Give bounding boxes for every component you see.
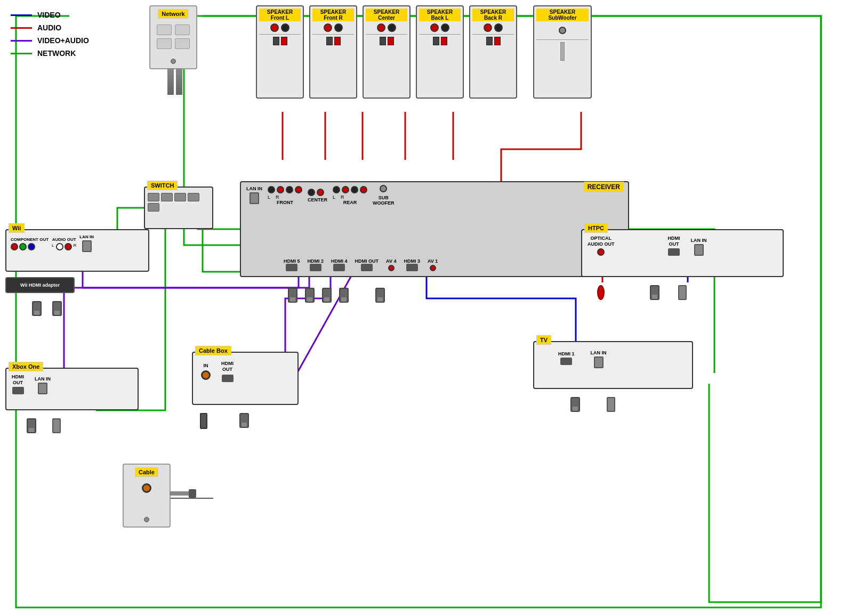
legend: VIDEO AUDIO VIDEO+AUDIO NETWORK (11, 11, 89, 62)
r-rear-red-r (360, 186, 367, 193)
receiver-av4: AV 4 (386, 258, 396, 273)
wii-lan-port (82, 240, 92, 252)
receiver-av1: AV 1 (428, 258, 438, 273)
network-port-4 (175, 38, 190, 49)
legend-video: VIDEO (11, 11, 89, 19)
receiver-hdmi3-label: HDMI 3 (404, 258, 420, 264)
sub-cable-coil (560, 42, 565, 61)
speaker-sub-connector (559, 27, 566, 34)
terminal-fl-2 (281, 37, 287, 45)
video-audio-label: VIDEO+AUDIO (37, 36, 89, 45)
wii-hdmi-adapter: Wii HDMI adapter (5, 277, 75, 293)
wii-audio-out: AUDIO OUT L R (52, 237, 76, 250)
xbox-hdmi-out: HDMIOUT (12, 374, 24, 398)
r-center-red (317, 189, 324, 196)
xbox-ports: HDMIOUT LAN IN (6, 369, 138, 403)
tv-ports: HDMI 1 LAN IN (534, 342, 692, 377)
wii-component-out: COMPONENT OUT (11, 237, 49, 250)
tv-device: TV HDMI 1 LAN IN (533, 341, 693, 389)
network-port-2 (175, 25, 190, 35)
tv-plugs (570, 397, 615, 412)
speaker-sub-label: SPEAKERSubWoofer (536, 9, 589, 21)
wii-comp-green (19, 243, 27, 250)
receiver-av1-label: AV 1 (428, 258, 438, 264)
wii-audio-label: AUDIO OUT (52, 237, 76, 242)
tv-hdmi1-label: HDMI 1 (558, 351, 575, 356)
xbox-lan-label: LAN IN (35, 376, 51, 382)
switch-ports (145, 188, 212, 217)
tv-lan-port (594, 356, 603, 368)
receiver-hdmi5-port (286, 264, 297, 271)
audio-line (11, 27, 32, 29)
speaker-c-red (377, 23, 385, 32)
xbox-lan-in: LAN IN (35, 376, 51, 395)
receiver-hdmi5-label: HDMI 5 (284, 258, 300, 264)
wii-audio-l: L (52, 243, 54, 250)
cable-coax (170, 491, 196, 496)
video-label: VIDEO (37, 11, 61, 19)
network-cable-2 (176, 68, 182, 95)
wii-hdmi-plugs (32, 301, 62, 316)
network-cable-1 (167, 68, 174, 95)
network-label: NETWORK (37, 49, 76, 58)
receiver-hdmi2-port (310, 264, 321, 271)
hdmi-spacer (356, 288, 368, 303)
htpc-optical-plug (597, 285, 605, 300)
wii-hdmi-plug-2 (52, 301, 62, 316)
hdmi-plug-5 (375, 288, 385, 303)
htpc-lan-port (694, 244, 704, 256)
r-front-black-r (286, 186, 293, 193)
terminal-br-1 (486, 37, 493, 45)
receiver-hdmi4: HDMI 4 (331, 258, 348, 273)
xbox-hdmi-port (12, 387, 24, 394)
tv-hdmi1-port (560, 358, 572, 365)
receiver-lan-in: LAN IN (246, 186, 262, 205)
terminal-br-2 (494, 37, 501, 45)
receiver-av4-label: AV 4 (386, 258, 396, 264)
switch-label: SWITCH (147, 181, 178, 190)
htpc-hdmi-port (668, 248, 680, 256)
wii-audio-white (56, 243, 63, 250)
speaker-center: SPEAKERCenter (363, 5, 411, 99)
wii-comp-red (11, 243, 18, 250)
receiver-av4-port (388, 265, 395, 271)
tv-lan-plug (607, 397, 615, 412)
wii-component-label: COMPONENT OUT (11, 237, 49, 242)
htpc-lan-in: LAN IN (691, 238, 707, 257)
wii-device: Wii COMPONENT OUT AUDIO OUT L R (5, 229, 149, 272)
switch-port-1 (148, 193, 159, 201)
cable-box-label: Cable Box (195, 346, 231, 355)
wii-lan-label: LAN IN (79, 234, 94, 239)
video-line (11, 14, 32, 16)
speaker-fl-red (270, 23, 279, 32)
speaker-front-l: SPEAKERFront L (256, 5, 304, 99)
cable-box-in: IN (201, 363, 211, 384)
hdmi-plug-2 (305, 288, 315, 303)
network-line (11, 53, 32, 54)
wii-label: Wii (9, 223, 25, 233)
receiver-front-labels: LR (268, 194, 302, 200)
terminal-c-2 (388, 37, 394, 45)
receiver-hdmi4-port (333, 264, 345, 271)
xbox-hdmi-out-label: HDMIOUT (12, 374, 24, 386)
htpc-hdmi-label: HDMIOUT (668, 236, 680, 247)
hdmi-plug-3 (322, 288, 332, 303)
wii-comp-blue (28, 243, 35, 250)
terminal-fl-1 (273, 37, 279, 45)
hdmi-plugs-row (288, 288, 385, 303)
hdmi-plug-4 (339, 288, 349, 303)
cable-box-coax-plug (200, 413, 207, 429)
terminal-bl-1 (433, 37, 439, 45)
receiver-front-label: FRONT (268, 200, 302, 205)
receiver-center: CENTER (308, 189, 327, 202)
network-port-1 (157, 25, 172, 35)
network-wall-label: Network (158, 9, 188, 19)
receiver-hdmi4-label: HDMI 4 (331, 258, 348, 264)
receiver-rear: LR REAR (333, 186, 367, 205)
speaker-front-l-label: SPEAKERFront L (259, 9, 301, 21)
htpc-label: HTPC (584, 223, 608, 233)
speaker-fr-red (324, 23, 332, 32)
htpc-plugs (597, 285, 687, 300)
network-port-3 (157, 38, 172, 49)
receiver-hdmi3: HDMI 3 (404, 258, 420, 273)
